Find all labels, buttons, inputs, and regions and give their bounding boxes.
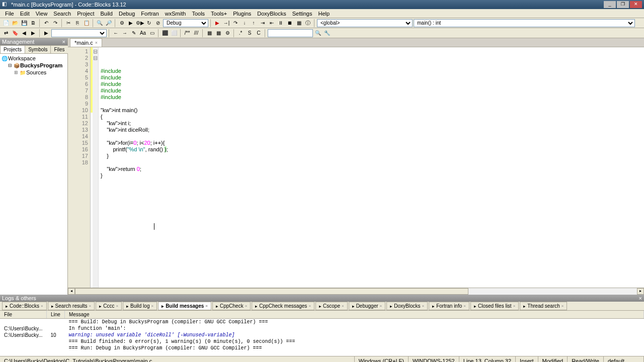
menu-help[interactable]: Help — [315, 10, 333, 18]
new-file-button[interactable]: 📄 — [2, 19, 10, 27]
maximize-button[interactable]: ❐ — [617, 1, 629, 8]
debug-step-out-button[interactable]: ↑ — [250, 19, 258, 27]
log-tab-close-icon[interactable]: × — [513, 304, 516, 308]
sidebar-close-icon[interactable]: × — [62, 39, 65, 45]
debug-step-into-button[interactable]: ↓ — [240, 19, 249, 27]
scroll-thumb[interactable] — [75, 288, 468, 295]
code-content[interactable]: #include #include #include #include #inc… — [99, 47, 644, 288]
bookmark-next-button[interactable]: ▶ — [29, 29, 37, 37]
debug-next-instr-button[interactable]: ⇥ — [259, 19, 267, 27]
log-row[interactable]: C:\Users\Bucky...10warning: unused varia… — [0, 332, 644, 338]
debug-run-cursor-button[interactable]: →| — [222, 19, 230, 27]
build-target-dropdown[interactable]: Debug — [163, 19, 208, 27]
menu-view[interactable]: View — [33, 10, 51, 18]
scroll-right-button[interactable]: ▸ — [637, 288, 644, 295]
log-tab-cppcheck[interactable]: ▸CppCheck× — [212, 302, 251, 310]
close-button[interactable]: ✕ — [630, 1, 642, 8]
menu-fortran[interactable]: Fortran — [138, 10, 162, 18]
doxy-line-button[interactable]: /// — [192, 29, 200, 37]
debug-windows-button[interactable]: ▦ — [295, 19, 303, 27]
bookmark-button[interactable]: 🔖 — [11, 29, 19, 37]
menu-wxsmith[interactable]: wxSmith — [162, 10, 189, 18]
log-tab-threadsearch[interactable]: ▸Thread search× — [520, 302, 567, 310]
log-tab-searchresults[interactable]: ▸Search results× — [48, 302, 95, 310]
log-tab-close-icon[interactable]: × — [245, 304, 248, 308]
log-tab-close-icon[interactable]: × — [205, 304, 208, 308]
find-button[interactable]: 🔍 — [96, 19, 104, 27]
selection-button[interactable]: ▭ — [148, 29, 156, 37]
log-tab-close-icon[interactable]: × — [308, 304, 311, 308]
regex-button[interactable]: .* — [236, 29, 245, 37]
sidebar-tab-projects[interactable]: Projects — [0, 45, 25, 53]
log-tab-close-icon[interactable]: × — [342, 304, 344, 308]
log-tab-doxyblocks[interactable]: ▸DoxyBlocks× — [386, 302, 428, 310]
word-button[interactable]: C — [255, 29, 263, 37]
log-tab-close-icon[interactable]: × — [380, 304, 382, 308]
menu-plugins[interactable]: Plugins — [230, 10, 254, 18]
log-tab-close-icon[interactable]: × — [463, 304, 466, 308]
debug-start-button[interactable]: ▶ — [213, 19, 221, 27]
doxy-chm-button[interactable]: ▦ — [214, 29, 222, 37]
tree-project[interactable]: ⊟ 📦 BuckysProgram — [1, 62, 66, 69]
log-tab-close-icon[interactable]: × — [116, 304, 118, 308]
scroll-left-button[interactable]: ◂ — [68, 288, 75, 295]
tree-workspace[interactable]: 🌐 Workspace — [1, 55, 66, 62]
log-row[interactable]: === Run: Debug in BuckysProgram (compile… — [0, 345, 644, 351]
doxy-wizard-button[interactable]: ⬛ — [161, 29, 169, 37]
log-tab-fortraninfo[interactable]: ▸Fortran info× — [429, 302, 469, 310]
log-tab-cscope[interactable]: ▸Cscope× — [315, 302, 348, 310]
log-tab-close-icon[interactable]: × — [151, 304, 153, 308]
abort-button[interactable]: ⊘ — [154, 19, 162, 27]
bookmark-prev-button[interactable]: ◀ — [20, 29, 28, 37]
menu-search[interactable]: Search — [50, 10, 74, 18]
log-row[interactable]: C:\Users\Bucky...In function 'main': — [0, 325, 644, 332]
log-col-message[interactable]: Message — [64, 311, 643, 319]
horizontal-scrollbar[interactable]: ◂ ▸ — [68, 288, 644, 295]
save-button[interactable]: 💾 — [20, 19, 28, 27]
expand-icon[interactable]: ⊞ — [13, 70, 19, 75]
log-row[interactable]: === Build: Debug in BuckysProgram (compi… — [0, 319, 644, 326]
log-tab-close-icon[interactable]: × — [89, 304, 92, 308]
rebuild-button[interactable]: ↻ — [145, 19, 153, 27]
build-button[interactable]: ⚙ — [118, 19, 126, 27]
redo-button[interactable]: ↷ — [51, 19, 59, 27]
menu-tools[interactable]: Tools — [189, 10, 208, 18]
debug-step-instr-button[interactable]: ⇤ — [268, 19, 276, 27]
run-script-button[interactable]: ▶ — [42, 29, 50, 37]
debug-next-button[interactable]: ↷ — [231, 19, 239, 27]
tab-close-icon[interactable]: × — [95, 40, 98, 45]
log-tab-close-icon[interactable]: × — [41, 304, 43, 308]
collapse-icon[interactable]: ⊟ — [7, 63, 13, 68]
doxy-extract-button[interactable]: ⬜ — [170, 29, 178, 37]
save-all-button[interactable]: 🗎 — [29, 19, 37, 27]
minimize-button[interactable]: _ — [604, 1, 616, 8]
menu-settings[interactable]: Settings — [289, 10, 315, 18]
menu-build[interactable]: Build — [97, 10, 115, 18]
log-tab-cccc[interactable]: ▸Cccc× — [96, 302, 122, 310]
undo-button[interactable]: ↶ — [42, 19, 50, 27]
script-dropdown[interactable] — [51, 29, 107, 37]
fold-column[interactable]: ⊟⊟ — [93, 47, 99, 288]
log-col-line[interactable]: Line — [47, 311, 65, 319]
doxy-html-button[interactable]: ▦ — [205, 29, 213, 37]
nav-forward-button[interactable]: → — [121, 29, 129, 37]
menu-project[interactable]: Project — [74, 10, 97, 18]
code-editor[interactable]: 123456789101112131415161718 ⊟⊟ #include … — [68, 47, 644, 288]
last-change-button[interactable]: ✎ — [130, 29, 138, 37]
editor-tab-main-c[interactable]: *main.c × — [70, 38, 102, 47]
build-run-button[interactable]: ⚙▶ — [136, 19, 144, 27]
menu-edit[interactable]: Edit — [17, 10, 33, 18]
function-dropdown[interactable]: main() : int — [414, 19, 635, 27]
debug-break-button[interactable]: ⏸ — [277, 19, 285, 27]
log-tab-codeblocks[interactable]: ▸Code::Blocks× — [2, 302, 47, 310]
tree-sources[interactable]: ⊞ 📁 Sources — [1, 69, 66, 76]
project-tree[interactable]: 🌐 Workspace ⊟ 📦 BuckysProgram ⊞ 📁 Source… — [0, 54, 67, 295]
log-tab-buildlog[interactable]: ▸Build log× — [123, 302, 157, 310]
scope-dropdown[interactable]: <global> — [317, 19, 413, 27]
log-tab-debugger[interactable]: ▸Debugger× — [349, 302, 386, 310]
build-messages-panel[interactable]: FileLineMessage === Build: Debug in Buck… — [0, 311, 644, 356]
nav-back-button[interactable]: ← — [112, 29, 120, 37]
doxy-config-button[interactable]: ⚙ — [223, 29, 231, 37]
sidebar-tab-symbols[interactable]: Symbols — [25, 45, 51, 53]
menu-debug[interactable]: Debug — [116, 10, 138, 18]
